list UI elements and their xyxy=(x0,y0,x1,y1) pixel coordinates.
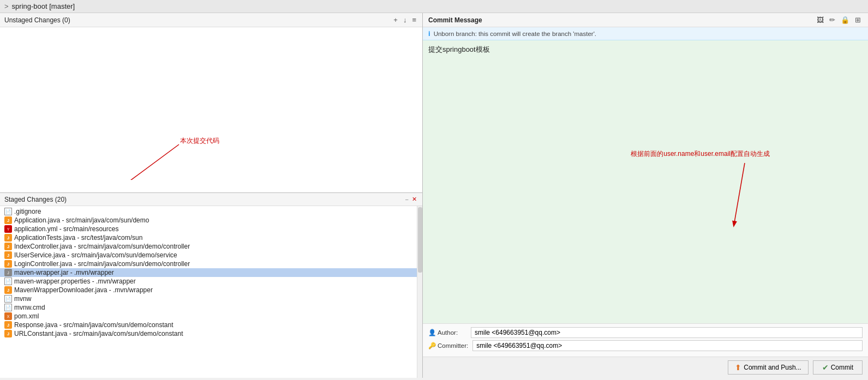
commit-icon-3[interactable]: 🔒 xyxy=(839,15,851,25)
commit-icon-2[interactable]: ✏ xyxy=(828,15,837,25)
file-name-label: mvnw xyxy=(14,295,31,303)
commit-icon-4[interactable]: ⊞ xyxy=(853,15,863,25)
staged-list[interactable]: 📄.gitignoreJApplication.java - src/main/… xyxy=(0,206,417,378)
file-type-icon: J xyxy=(4,216,12,224)
staged-header: Staged Changes (20) − ✕ xyxy=(0,193,422,206)
staged-remove-btn[interactable]: ✕ xyxy=(411,195,418,203)
author-committer-section: 👤 Author: 🔑 Committer: xyxy=(423,323,868,357)
commit-push-button[interactable]: ⬆ Commit and Push... xyxy=(728,360,808,375)
commit-icon: ✔ xyxy=(822,363,829,372)
staged-file-item[interactable]: JApplication.java - src/main/java/com/su… xyxy=(0,216,417,225)
author-label: 👤 Author: xyxy=(428,329,466,336)
file-name-label: ApplicationTests.java - src/test/java/co… xyxy=(14,234,142,242)
file-type-icon: J xyxy=(4,321,12,329)
staged-file-item[interactable]: 📄.gitignore xyxy=(0,207,417,216)
file-type-icon: J xyxy=(4,234,12,242)
file-name-label: Response.java - src/main/java/com/sun/de… xyxy=(14,321,173,329)
file-type-icon: J xyxy=(4,260,12,268)
unstaged-menu-btn[interactable]: ≡ xyxy=(410,15,418,25)
unstaged-download-btn[interactable]: ↓ xyxy=(402,15,409,25)
staged-section: Staged Changes (20) − ✕ 📄.gitignoreJAppl… xyxy=(0,193,422,378)
staged-title: Staged Changes (20) xyxy=(4,196,67,203)
commit-message-textarea[interactable] xyxy=(423,40,868,323)
author-input[interactable] xyxy=(471,327,863,338)
staged-file-item[interactable]: Xpom.xml xyxy=(0,312,417,321)
file-type-icon: 📄 xyxy=(4,295,12,303)
file-type-icon: 📄 xyxy=(4,208,12,215)
author-row: 👤 Author: xyxy=(428,327,863,338)
file-type-icon: J xyxy=(4,269,12,276)
file-name-label: LoginController.java - src/main/java/com… xyxy=(14,260,190,268)
commit-icon-1[interactable]: 🖼 xyxy=(815,15,825,25)
unstaged-title: Unstaged Changes (0) xyxy=(4,16,70,24)
commit-label: Commit xyxy=(831,364,853,371)
staged-file-item[interactable]: JApplicationTests.java - src/test/java/c… xyxy=(0,233,417,242)
file-name-label: .gitignore xyxy=(14,208,41,215)
staged-file-item[interactable]: JURLConstant.java - src/main/java/com/su… xyxy=(0,329,417,338)
info-text: Unborn branch: this commit will create t… xyxy=(434,31,596,37)
file-name-label: application.yml - src/main/resources xyxy=(14,225,118,233)
unstaged-header: Unstaged Changes (0) + ↓ ≡ xyxy=(0,13,422,27)
info-banner: i Unborn branch: this commit will create… xyxy=(423,27,868,40)
bottom-bar: ⬆ Commit and Push... ✔ Commit xyxy=(423,357,868,378)
file-name-label: Application.java - src/main/java/com/sun… xyxy=(14,216,149,224)
file-name-label: mvnw.cmd xyxy=(14,304,45,311)
staged-file-item[interactable]: Jmaven-wrapper.jar - .mvn/wrapper xyxy=(0,268,417,277)
commit-header: Commit Message 🖼 ✏ 🔒 ⊞ xyxy=(423,13,868,27)
title-arrow: > xyxy=(4,2,9,10)
file-type-icon: J xyxy=(4,330,12,337)
file-type-icon: 📄 xyxy=(4,304,12,311)
committer-icon: 🔑 xyxy=(428,342,436,349)
scrollbar-track[interactable] xyxy=(417,206,422,378)
svg-line-0 xyxy=(120,144,179,180)
commit-push-icon: ⬆ xyxy=(735,363,741,372)
author-icon: 👤 xyxy=(428,329,436,336)
file-name-label: MavenWrapperDownloader.java - .mvn/wrapp… xyxy=(14,286,153,294)
commit-header-title: Commit Message xyxy=(428,16,482,24)
staged-file-item[interactable]: JMavenWrapperDownloader.java - .mvn/wrap… xyxy=(0,286,417,294)
file-name-label: maven-wrapper.properties - .mvn/wrapper xyxy=(14,278,136,285)
staged-file-item[interactable]: JResponse.java - src/main/java/com/sun/d… xyxy=(0,321,417,329)
file-name-label: IndexController.java - src/main/java/com… xyxy=(14,243,190,250)
file-type-icon: J xyxy=(4,243,12,250)
file-type-icon: X xyxy=(4,312,12,320)
file-name-label: maven-wrapper.jar - .mvn/wrapper xyxy=(14,269,114,276)
staged-file-item[interactable]: Yapplication.yml - src/main/resources xyxy=(0,225,417,233)
unstaged-section: Unstaged Changes (0) + ↓ ≡ 本次提交代码 xyxy=(0,13,422,193)
staged-file-item[interactable]: JLoginController.java - src/main/java/co… xyxy=(0,260,417,268)
staged-minus-btn[interactable]: − xyxy=(404,195,410,203)
staged-file-item[interactable]: 📄maven-wrapper.properties - .mvn/wrapper xyxy=(0,277,417,286)
info-icon: i xyxy=(428,29,430,38)
file-name-label: pom.xml xyxy=(14,312,39,320)
right-panel: Commit Message 🖼 ✏ 🔒 ⊞ i Unborn branch: … xyxy=(423,13,868,378)
committer-input[interactable] xyxy=(472,340,863,351)
title-bar: > spring-boot [master] xyxy=(0,0,868,13)
committer-label: 🔑 Committer: xyxy=(428,342,468,349)
staged-file-item[interactable]: JIndexController.java - src/main/java/co… xyxy=(0,242,417,251)
annotation-arrow xyxy=(0,27,422,180)
committer-row: 🔑 Committer: xyxy=(428,340,863,351)
unstaged-add-btn[interactable]: + xyxy=(392,15,399,25)
staged-list-container: 📄.gitignoreJApplication.java - src/main/… xyxy=(0,206,422,378)
staged-file-item[interactable]: 📄mvnw xyxy=(0,294,417,303)
scrollbar-thumb xyxy=(418,207,422,273)
commit-push-label: Commit and Push... xyxy=(744,364,801,371)
file-type-icon: 📄 xyxy=(4,278,12,285)
staged-icons: − ✕ xyxy=(404,195,418,203)
file-name-label: URLConstant.java - src/main/java/com/sun… xyxy=(14,330,183,337)
staged-file-item[interactable]: JIUserService.java - src/main/java/com/s… xyxy=(0,251,417,260)
file-type-icon: J xyxy=(4,286,12,294)
file-type-icon: Y xyxy=(4,225,12,233)
staged-file-item[interactable]: 📄mvnw.cmd xyxy=(0,303,417,312)
file-type-icon: J xyxy=(4,251,12,259)
title-project: spring-boot [master] xyxy=(12,2,75,10)
commit-header-icons: 🖼 ✏ 🔒 ⊞ xyxy=(815,15,863,25)
unstaged-annotation: 本次提交代码 xyxy=(180,136,219,146)
left-panel: Unstaged Changes (0) + ↓ ≡ 本次提交代码 xyxy=(0,13,423,378)
commit-button[interactable]: ✔ Commit xyxy=(813,360,863,375)
file-name-label: IUserService.java - src/main/java/com/su… xyxy=(14,251,177,259)
unstaged-icons: + ↓ ≡ xyxy=(392,15,418,25)
commit-message-area: 根据前面的user.name和user.email配置自动生成 xyxy=(423,40,868,323)
